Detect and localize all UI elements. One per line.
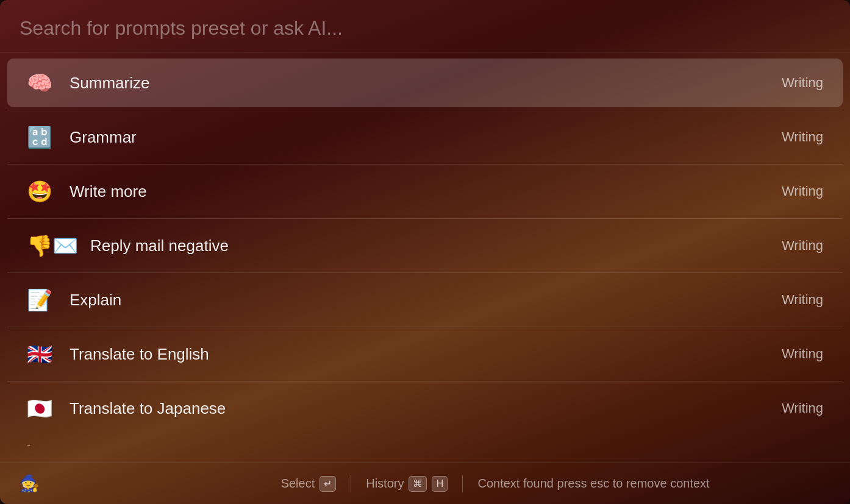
list-divider-1 <box>7 164 843 165</box>
summarize-category: Writing <box>782 75 823 91</box>
list-divider-2 <box>7 218 843 219</box>
grammar-category: Writing <box>782 129 823 145</box>
items-list: 🧠SummarizeWriting🔡GrammarWriting🤩Write m… <box>0 52 850 463</box>
write-more-category: Writing <box>782 183 823 199</box>
context-label: Context found press esc to remove contex… <box>477 477 709 491</box>
explain-icon: 📝 <box>27 288 57 312</box>
list-item-reply-mail-negative[interactable]: 👎✉️Reply mail negativeWriting <box>7 221 843 270</box>
write-more-label: Write more <box>70 182 782 201</box>
return-icon: ↵ <box>320 476 336 492</box>
footer: 🧙 Select ↵ History ⌘ H Context found pre… <box>0 463 850 504</box>
summarize-label: Summarize <box>70 74 782 93</box>
reply-mail-negative-category: Writing <box>782 238 823 254</box>
select-label: Select <box>281 477 315 491</box>
translate-japanese-icon: 🇯🇵 <box>27 396 57 421</box>
list-item-summarize[interactable]: 🧠SummarizeWriting <box>7 59 843 107</box>
cmd-badge: ⌘ <box>409 476 427 492</box>
list-divider-4 <box>7 327 843 327</box>
footer-divider-2 <box>462 475 463 492</box>
list-divider-3 <box>7 272 843 273</box>
summarize-icon: 🧠 <box>27 71 57 95</box>
h-badge: H <box>432 476 448 492</box>
history-label: History <box>366 477 404 491</box>
wizard-icon: 🧙 <box>20 474 39 493</box>
explain-category: Writing <box>782 292 823 308</box>
search-input[interactable] <box>20 17 830 40</box>
footer-divider <box>351 475 351 492</box>
list-item-translate-japanese[interactable]: 🇯🇵Translate to JapaneseWriting <box>7 384 843 433</box>
list-item-write-more[interactable]: 🤩Write moreWriting <box>7 167 843 216</box>
write-more-icon: 🤩 <box>27 179 57 204</box>
explain-label: Explain <box>70 291 782 310</box>
history-action[interactable]: History ⌘ H <box>366 476 448 492</box>
translate-english-category: Writing <box>782 346 823 362</box>
list-item-explain[interactable]: 📝ExplainWriting <box>7 275 843 324</box>
app-container: 🧠SummarizeWriting🔡GrammarWriting🤩Write m… <box>0 0 850 504</box>
select-action[interactable]: Select ↵ <box>281 476 337 492</box>
reply-mail-negative-icon: 👎✉️ <box>27 233 78 258</box>
translate-japanese-label: Translate to Japanese <box>70 399 782 418</box>
list-item-grammar[interactable]: 🔡GrammarWriting <box>7 113 843 161</box>
list-divider-5 <box>7 381 843 382</box>
grammar-label: Grammar <box>70 128 782 147</box>
reply-mail-negative-label: Reply mail negative <box>90 236 782 255</box>
list-divider-0 <box>7 110 843 110</box>
translate-english-icon: 🇬🇧 <box>27 342 57 366</box>
search-bar <box>0 0 850 52</box>
list-end-dot: - <box>7 434 843 456</box>
translate-japanese-category: Writing <box>782 400 823 416</box>
list-item-translate-english[interactable]: 🇬🇧Translate to EnglishWriting <box>7 330 843 378</box>
footer-center: Select ↵ History ⌘ H Context found press… <box>281 475 710 492</box>
grammar-icon: 🔡 <box>27 125 57 149</box>
translate-english-label: Translate to English <box>70 345 782 364</box>
